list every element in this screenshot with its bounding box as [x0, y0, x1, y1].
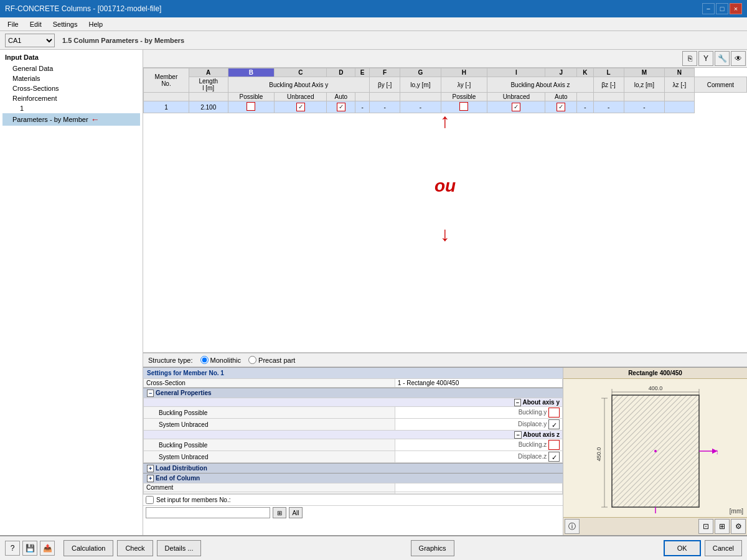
system-unbraced-y-label: System Unbraced: [144, 419, 395, 431]
parameters-table: MemberNo. A B C D E F G H I J K: [143, 68, 747, 113]
cross-section-label: Cross-Section: [144, 379, 395, 388]
col-beta-y-header: βy [-]: [370, 77, 400, 93]
zoom-in-icon-btn[interactable]: ⊞: [715, 519, 730, 534]
ca-selector[interactable]: CA1: [5, 34, 55, 47]
window-title: RF-CONCRETE Columns - [001712-model-file…: [5, 4, 161, 13]
menu-bar: File Edit Settings Help: [0, 17, 747, 31]
cell-beta-y: -: [355, 101, 370, 113]
buckling-possible-z-row: Buckling Possible Buckling.z: [144, 439, 563, 451]
comment-table: Comment: [143, 483, 563, 494]
col-possible-y-subheader: Possible: [228, 93, 275, 101]
system-unbraced-z-field: Displace.z ✓: [395, 451, 562, 463]
view-icon-btn[interactable]: 👁: [731, 51, 746, 66]
end-of-column-title: + End of Column: [143, 473, 563, 483]
monolithic-option[interactable]: Monolithic: [200, 356, 242, 364]
displace-z-checkbox[interactable]: ✓: [548, 452, 560, 462]
cross-section-svg: 400.0 450.0: [593, 383, 718, 513]
toolbar-area: CA1 1.5 Column Parameters - by Members: [0, 31, 747, 50]
tool-icon-btn[interactable]: 🔧: [715, 51, 730, 66]
cell-possible-z[interactable]: [441, 101, 487, 113]
copy-icon-btn[interactable]: ⎘: [682, 51, 697, 66]
close-button[interactable]: ×: [730, 3, 742, 14]
graphics-button[interactable]: Graphics: [411, 540, 454, 556]
system-unbraced-z-label: System Unbraced: [144, 451, 395, 463]
table-row: 1 2.100 - - - - -: [144, 101, 747, 113]
cell-possible-y[interactable]: [228, 101, 275, 113]
buckling-z-checkbox-input[interactable]: [548, 440, 560, 450]
menu-edit[interactable]: Edit: [25, 19, 47, 29]
buckling-y-checkbox-input[interactable]: [548, 408, 560, 418]
selection-arrow-icon: ←: [91, 114, 100, 124]
sidebar-item-parameters-by-member[interactable]: Parameters - by Member ←: [2, 113, 140, 126]
cancel-button[interactable]: Cancel: [705, 540, 742, 556]
system-unbraced-z-row: System Unbraced Displace.z ✓: [144, 451, 563, 463]
zoom-fit-icon-btn[interactable]: ⊡: [698, 519, 713, 534]
cell-beta-z: -: [577, 101, 593, 113]
svg-text:y: y: [716, 448, 718, 454]
graphics-toolbar-bottom: ⓘ ⊡ ⊞ ⚙: [563, 517, 747, 535]
col-l-letter: L: [593, 68, 624, 77]
set-members-checkbox[interactable]: [146, 496, 154, 504]
ou-annotation: ou: [435, 176, 456, 196]
settings-title: Settings for Member No. 1: [143, 368, 563, 378]
axis-y-table: − About axis y Buckling Possible Bucklin…: [143, 398, 563, 463]
menu-help[interactable]: Help: [83, 19, 108, 29]
cell-comment: [665, 101, 695, 113]
col-lambda-z-header: λz [-]: [665, 77, 695, 93]
sidebar-item-reinforcement[interactable]: Reinforcement: [2, 93, 140, 103]
sidebar-item-general-data[interactable]: General Data: [2, 63, 140, 73]
cell-lambda-y: -: [400, 101, 441, 113]
help-icon-btn[interactable]: ?: [5, 541, 20, 556]
settings2-icon-btn[interactable]: ⚙: [731, 519, 746, 534]
col-auto-y-subheader: Auto: [327, 93, 355, 101]
title-bar: RF-CONCRETE Columns - [001712-model-file…: [0, 0, 747, 17]
sidebar-item-1[interactable]: 1: [2, 103, 140, 113]
data-table-area[interactable]: ↑ ou ↓ MemberNo. A B C D E F: [143, 68, 747, 353]
cell-auto-z[interactable]: [545, 101, 577, 113]
right-graphics-panel: Rectangle 400/450 400.0 450.0: [563, 368, 747, 535]
cell-unbraced-y[interactable]: [275, 101, 327, 113]
menu-file[interactable]: File: [2, 19, 24, 29]
col-auto-z-subheader: Auto: [545, 93, 577, 101]
cross-section-row: Cross-Section 1 - Rectangle 400/450: [144, 379, 563, 388]
save-icon-btn[interactable]: 💾: [22, 541, 37, 556]
sidebar-item-materials[interactable]: Materials: [2, 73, 140, 83]
cell-unbraced-z[interactable]: [487, 101, 545, 113]
sidebar-root: Input Data: [2, 52, 140, 62]
member-nos-input[interactable]: [146, 507, 270, 518]
details-button[interactable]: Details ...: [157, 540, 202, 556]
maximize-button[interactable]: □: [716, 3, 728, 14]
buckling-possible-z-field: Buckling.z: [395, 439, 562, 451]
col-member-no: MemberNo.: [144, 68, 189, 93]
menu-settings[interactable]: Settings: [48, 19, 83, 29]
cell-auto-y[interactable]: [327, 101, 355, 113]
ok-button[interactable]: OK: [664, 540, 701, 556]
minimize-button[interactable]: −: [702, 3, 715, 14]
member-picker-icon-btn[interactable]: ⊞: [273, 507, 286, 518]
graphics-title: Rectangle 400/450: [563, 368, 747, 379]
sidebar-item-cross-sections[interactable]: Cross-Sections: [2, 83, 140, 93]
graphics-content: 400.0 450.0: [563, 379, 747, 517]
col-a-letter: A: [189, 68, 228, 77]
cell-lo-z: -: [593, 101, 624, 113]
precast-option[interactable]: Precast part: [248, 356, 295, 364]
paste-icon-btn[interactable]: Y: [698, 51, 713, 66]
col-c-letter: C: [275, 68, 327, 77]
col-comment-header: Comment: [694, 77, 746, 93]
info-icon-btn[interactable]: ⓘ: [565, 519, 580, 534]
export-icon-btn[interactable]: 📤: [40, 541, 55, 556]
buckling-possible-y-field: Buckling.y: [395, 407, 562, 419]
check-button[interactable]: Check: [117, 540, 153, 556]
structure-type-bar: Structure type: Monolithic Precast part: [143, 353, 747, 367]
bottom-panels: Settings for Member No. 1 Cross-Section …: [143, 367, 747, 535]
col-beta-z-header: βz [-]: [593, 77, 624, 93]
col-n-letter: N: [665, 68, 695, 77]
col-e-letter: E: [355, 68, 370, 77]
all-members-button[interactable]: All: [289, 507, 303, 518]
system-unbraced-y-field: Displace.y ✓: [395, 419, 562, 431]
about-axis-y-header: − About axis y: [144, 398, 563, 407]
buckling-possible-y-row: Buckling Possible Buckling.y: [144, 407, 563, 419]
col-length-header: Lengthl [m]: [189, 77, 228, 93]
calculation-button[interactable]: Calculation: [63, 540, 113, 556]
displace-y-checkbox[interactable]: ✓: [548, 419, 560, 429]
